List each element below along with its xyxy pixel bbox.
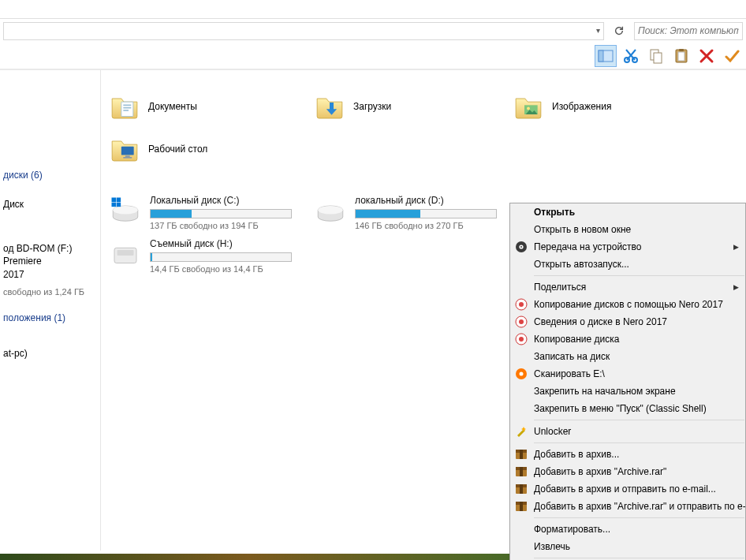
ctx-separator (534, 558, 744, 558)
drive-d[interactable]: локальный диск (D:) 146 ГБ свободно из 2… (314, 195, 503, 230)
sidebar-locations-header[interactable]: положения (1) (3, 312, 100, 323)
preview-pane-button[interactable] (595, 45, 617, 67)
ctx-eject[interactable]: Извлечь (510, 538, 745, 555)
refresh-button[interactable] (610, 22, 628, 39)
search-box[interactable] (634, 22, 743, 40)
drive-label: Съемный диск (H:) (150, 238, 292, 249)
menu-bar (0, 0, 746, 19)
ctx-open-autoplay[interactable]: Открыть автозапуск... (510, 256, 745, 273)
search-input[interactable] (638, 25, 739, 36)
pictures-icon (513, 91, 544, 122)
nero-icon (515, 333, 528, 345)
ctx-pin-start[interactable]: Закрепить на начальном экране (510, 383, 745, 400)
ctx-nero-copy-discs[interactable]: Копирование дисков с помощью Nero 2017 (510, 296, 745, 313)
library-label: Загрузки (353, 101, 391, 112)
desktop-icon (109, 133, 140, 165)
drive-h[interactable]: Съемный диск (H:) 14,4 ГБ свободно из 14… (109, 238, 298, 274)
context-menu: Открыть Открыть в новом окне Передача на… (509, 203, 746, 560)
ctx-add-archive-mail[interactable]: Добавить в архив и отправить по e-mail..… (510, 480, 745, 498)
drive-icon (109, 195, 142, 228)
ctx-pin-classic-shell[interactable]: Закрепить в меню "Пуск" (Classic Shell) (510, 400, 745, 417)
ctx-open-new-window[interactable]: Открыть в новом окне (510, 221, 745, 238)
ctx-open[interactable]: Открыть (510, 203, 745, 221)
rar-icon (515, 500, 528, 513)
ctx-separator (534, 517, 744, 518)
documents-icon (109, 91, 140, 122)
delete-button[interactable] (696, 45, 718, 67)
sidebar-item-bdrom[interactable]: од BD-ROM (F:) Premiere 2017 (3, 242, 100, 281)
submenu-arrow-icon: ▶ (729, 283, 739, 291)
drive-c[interactable]: Локальный диск (C:) 137 ГБ свободно из 1… (109, 195, 298, 230)
rar-icon (515, 448, 528, 461)
library-desktop[interactable]: Рабочий стол (109, 130, 298, 168)
drive-label: локальный диск (D:) (355, 195, 497, 206)
downloads-icon (314, 91, 345, 122)
cut-button[interactable] (620, 45, 642, 67)
sidebar-bdrom-label2: 2017 (3, 268, 100, 281)
drive-label: Локальный диск (C:) (150, 195, 292, 206)
drive-free: 137 ГБ свободно из 194 ГБ (150, 221, 292, 230)
ctx-label: Копирование дисков с помощью Nero 2017 (534, 299, 723, 310)
ctx-label: Передача на устройство (534, 241, 642, 252)
sidebar-item-pc[interactable]: at-pc) (3, 347, 100, 360)
address-bar[interactable]: ▾ (3, 22, 604, 40)
ctx-label: Сканировать E:\ (534, 368, 605, 379)
library-downloads[interactable]: Загрузки (314, 88, 497, 125)
ctx-separator (534, 442, 744, 443)
ctx-label: Добавить в архив и отправить по e-mail..… (534, 483, 716, 495)
ctx-format[interactable]: Форматировать... (510, 521, 745, 538)
ctx-separator (534, 420, 744, 420)
sidebar-item-disk[interactable]: Диск (3, 198, 100, 211)
drive-icon (314, 195, 347, 228)
address-dropdown-icon[interactable]: ▾ (596, 26, 600, 35)
library-label: Рабочий стол (148, 144, 207, 155)
sidebar-drives-header[interactable]: диски (6) (3, 170, 100, 181)
drive-usage-bar (150, 252, 292, 262)
ctx-cast-to-device[interactable]: Передача на устройство ▶ (510, 238, 745, 256)
wand-icon (515, 425, 528, 438)
paste-button[interactable] (670, 45, 692, 67)
drive-usage-bar (355, 209, 497, 218)
copy-button[interactable] (645, 45, 667, 67)
ctx-scan[interactable]: Сканировать E:\ (510, 365, 745, 383)
library-label: Документы (148, 101, 197, 112)
ctx-label: Поделиться (534, 282, 586, 293)
nero-icon (515, 315, 528, 328)
ctx-nero-disk-info[interactable]: Сведения о диске в Nero 2017 (510, 313, 745, 330)
ctx-share[interactable]: Поделиться ▶ (510, 278, 745, 296)
ctx-label: Добавить в архив... (534, 449, 619, 460)
ctx-separator (534, 275, 744, 276)
tree-sidebar: диски (6) Диск од BD-ROM (F:) Premiere 2… (0, 70, 101, 551)
drive-free: 146 ГБ свободно из 270 ГБ (355, 221, 497, 230)
ctx-label: Unlocker (534, 426, 571, 437)
ctx-unlocker[interactable]: Unlocker (510, 423, 745, 440)
drive-usage-bar (150, 209, 292, 218)
sidebar-bdrom-label1: од BD-ROM (F:) Premiere (3, 242, 100, 267)
ctx-burn-disc[interactable]: Записать на диск (510, 348, 745, 365)
rar-icon (515, 465, 528, 478)
sidebar-bdrom-free: свободно из 1,24 ГБ (3, 287, 100, 297)
avast-icon (515, 368, 528, 380)
ctx-label: Добавить в архив "Archive.rar" (534, 466, 666, 477)
drive-free: 14,4 ГБ свободно из 14,4 ГБ (150, 264, 292, 274)
ctx-label: Сведения о диске в Nero 2017 (534, 316, 667, 327)
ctx-add-archive[interactable]: Добавить в архив... (510, 446, 745, 463)
ctx-add-archive-named-mail[interactable]: Добавить в архив "Archive.rar" и отправи… (510, 498, 745, 515)
rar-icon (515, 483, 528, 495)
submenu-arrow-icon: ▶ (729, 243, 739, 251)
cast-icon (515, 241, 528, 253)
ctx-label: Добавить в архив "Archive.rar" и отправи… (534, 501, 745, 512)
nero-icon (515, 298, 528, 311)
address-bar-row: ▾ (0, 19, 746, 43)
library-label: Изображения (552, 101, 611, 112)
library-documents[interactable]: Документы (109, 88, 298, 125)
removable-drive-icon (109, 238, 142, 271)
ctx-label: Копирование диска (534, 334, 619, 345)
toolbar (0, 43, 746, 69)
ctx-add-archive-named[interactable]: Добавить в архив "Archive.rar" (510, 463, 745, 480)
ctx-disk-copy[interactable]: Копирование диска (510, 330, 745, 348)
library-pictures[interactable]: Изображения (513, 88, 702, 125)
apply-button[interactable] (721, 45, 743, 67)
